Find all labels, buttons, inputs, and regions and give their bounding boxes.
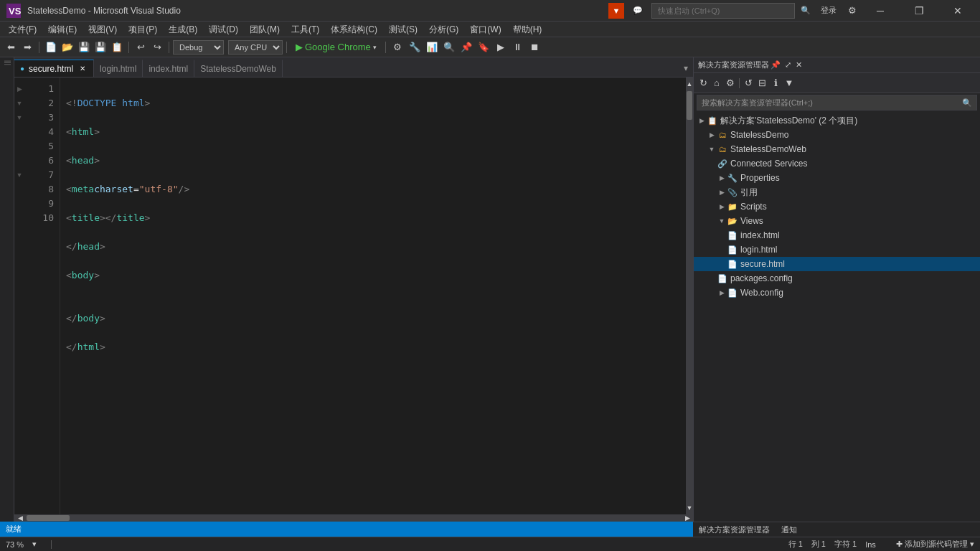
left-gutter-icon1[interactable]: |||	[4, 60, 11, 65]
app-title: StatelessDemo - Microsoft Visual Studio	[27, 6, 608, 16]
menu-view[interactable]: 视图(V)	[83, 22, 123, 37]
scroll-thumb-v[interactable]	[687, 91, 692, 120]
se-tree: ▶ 📋 解决方案'StatelessDemo' (2 个项目) ▶ 🗂 Stat…	[694, 112, 980, 522]
tab-secure-html[interactable]: ● secure.html ✕	[14, 60, 94, 77]
back-btn[interactable]: ⬅	[3, 39, 19, 55]
tree-connected-services[interactable]: 🔗 Connected Services	[694, 156, 980, 171]
collapse-btn-1[interactable]: ▶	[14, 82, 24, 96]
tab-close-secure[interactable]: ✕	[77, 64, 88, 74]
se-sync-btn[interactable]: ↻	[697, 77, 710, 90]
tree-index-html[interactable]: 📄 index.html	[694, 228, 980, 242]
close-button[interactable]: ✕	[941, 0, 974, 22]
save-all-btn[interactable]: 💾	[93, 39, 108, 55]
props-icon: 🔧	[727, 172, 738, 184]
toolbar-extra6[interactable]: 🔖	[476, 39, 491, 55]
restore-button[interactable]: ❐	[903, 0, 936, 22]
undo-btn[interactable]: ↩	[133, 39, 149, 55]
se-home-btn[interactable]: ⌂	[710, 77, 723, 90]
se-filter-btn[interactable]: ▼	[783, 77, 796, 90]
toolbar-extra4[interactable]: 🔍	[441, 39, 457, 55]
se-collapse-btn[interactable]: ⊟	[755, 77, 768, 90]
se-props-btn[interactable]: ℹ	[769, 77, 782, 90]
tree-secure-html[interactable]: 📄 secure.html	[694, 257, 980, 271]
se-status-tab1[interactable]: 解决方案资源管理器	[699, 524, 770, 535]
menu-debug[interactable]: 调试(D)	[203, 22, 244, 37]
zoom-dropdown-btn[interactable]: ▾	[32, 540, 37, 549]
menu-help[interactable]: 帮助(H)	[507, 22, 548, 37]
add-source-control-btn[interactable]: ✚ 添加到源代码管理 ▾	[896, 539, 974, 550]
menu-architecture[interactable]: 体系结构(C)	[325, 22, 383, 37]
toolbar-extra3[interactable]: 📊	[424, 39, 440, 55]
se-refresh-btn[interactable]: ↺	[742, 77, 755, 90]
toolbar-extra9[interactable]: ⏹	[527, 39, 543, 55]
svg-text:VS: VS	[9, 6, 21, 17]
scroll-right-btn[interactable]: ▶	[682, 514, 693, 522]
tab-stateless-web[interactable]: StatelessDemoWeb	[194, 60, 283, 77]
scroll-down-btn[interactable]: ▼	[686, 501, 693, 514]
tree-project-stateless[interactable]: ▶ 🗂 StatelessDemo	[694, 128, 980, 142]
views-arrow: ▼	[717, 217, 727, 225]
debug-config-dropdown[interactable]: Debug Release	[173, 40, 224, 55]
se-search-icon[interactable]: 🔍	[962, 98, 972, 108]
platform-dropdown[interactable]: Any CPU x86 x64	[228, 40, 283, 55]
scroll-thumb-h[interactable]	[27, 515, 70, 521]
forward-btn[interactable]: ➡	[19, 39, 35, 55]
run-button[interactable]: ▶ Google Chrome ▾	[291, 39, 382, 55]
menu-window[interactable]: 窗口(W)	[464, 22, 507, 37]
left-gutter: |||	[0, 57, 14, 522]
signin-button[interactable]: 登录	[816, 4, 841, 17]
toolbar-extra5[interactable]: 📌	[458, 39, 474, 55]
menu-build[interactable]: 生成(B)	[163, 22, 203, 37]
new-file-btn[interactable]: 📄	[43, 39, 59, 55]
tree-web-config[interactable]: ▶ 📄 Web.config	[694, 286, 980, 300]
tab-index-html[interactable]: index.html	[143, 60, 194, 77]
tree-scripts[interactable]: ▶ 📁 Scripts	[694, 199, 980, 214]
scroll-up-btn[interactable]: ▲	[686, 77, 693, 90]
file-group: 📄 📂 💾 💾 📋	[43, 39, 125, 55]
tab-text-index: index.html	[149, 64, 188, 74]
login-html-label: login.html	[740, 245, 777, 255]
menu-tools[interactable]: 工具(T)	[286, 22, 325, 37]
toolbar-extra2[interactable]: 🔧	[407, 39, 423, 55]
tree-packages-config[interactable]: 📄 packages.config	[694, 271, 980, 286]
menu-edit[interactable]: 编辑(E)	[42, 22, 83, 37]
se-unpin-btn[interactable]: ⤢	[783, 60, 793, 70]
tree-login-html[interactable]: 📄 login.html	[694, 242, 980, 257]
save-btn[interactable]: 💾	[76, 39, 92, 55]
redo-btn[interactable]: ↪	[149, 39, 165, 55]
se-status-tab2[interactable]: 通知	[781, 524, 797, 535]
toolbar-extra8[interactable]: ⏸	[510, 39, 526, 55]
menu-team[interactable]: 团队(M)	[244, 22, 286, 37]
tree-properties[interactable]: ▶ 🔧 Properties	[694, 171, 980, 185]
extra-btn[interactable]: 📋	[109, 39, 125, 55]
toolbar-extra1[interactable]: ⚙	[390, 39, 405, 55]
tab-overflow-btn[interactable]: ▾	[679, 60, 693, 77]
tree-references[interactable]: ▶ 📎 引用	[694, 185, 980, 199]
tree-project-web[interactable]: ▼ 🗂 StatelessDemoWeb	[694, 142, 980, 156]
open-file-btn[interactable]: 📂	[60, 39, 75, 55]
menu-analyze[interactable]: 分析(G)	[423, 22, 464, 37]
collapse-btn-3[interactable]: ▼	[14, 110, 24, 125]
feedback-icon[interactable]: 💬	[630, 3, 646, 19]
se-settings-btn[interactable]: ⚙	[724, 77, 737, 90]
quick-launch-input[interactable]	[651, 3, 795, 19]
filter-icon[interactable]: ▼	[608, 3, 624, 19]
tree-views[interactable]: ▼ 📂 Views	[694, 214, 980, 228]
menu-project[interactable]: 项目(P)	[123, 22, 163, 37]
editor-scrollbar-h[interactable]: ◀ ▶	[14, 514, 693, 522]
collapse-btn-2[interactable]: ▼	[14, 96, 24, 110]
menu-file[interactable]: 文件(F)	[3, 22, 42, 37]
collapse-btn-7[interactable]: ▼	[14, 168, 24, 182]
ref-icon: 📎	[727, 187, 738, 198]
scroll-left-btn[interactable]: ◀	[14, 514, 26, 522]
se-close-btn[interactable]: ✕	[794, 60, 804, 70]
tree-solution[interactable]: ▶ 📋 解决方案'StatelessDemo' (2 个项目)	[694, 113, 980, 128]
settings-icon[interactable]: ⚙	[847, 5, 858, 17]
editor-scrollbar-v[interactable]: ▲ ▼	[686, 77, 693, 514]
minimize-button[interactable]: ─	[864, 0, 897, 22]
code-content[interactable]: <!DOCTYPE html> <html> <head> <meta char…	[60, 77, 686, 514]
toolbar-extra7[interactable]: ▶	[493, 39, 509, 55]
tab-login-html[interactable]: login.html	[94, 60, 143, 77]
se-pin-btn[interactable]: 📌	[769, 60, 782, 70]
menu-test[interactable]: 测试(S)	[383, 22, 423, 37]
